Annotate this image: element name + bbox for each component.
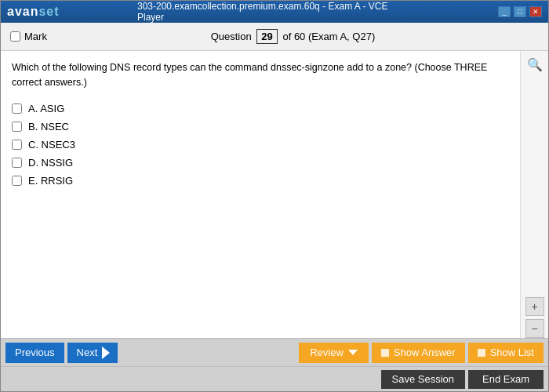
mark-checkbox[interactable] (10, 31, 20, 42)
show-list-icon (478, 349, 485, 357)
main-content: Which of the following DNS record types … (1, 51, 548, 338)
window-title: 303-200.examcollection.premium.exam.60q … (137, 1, 412, 23)
answer-option: A. ASIG (12, 103, 509, 114)
search-icon: 🔍 (527, 57, 543, 72)
zoom-in-button[interactable]: + (525, 297, 544, 316)
save-session-button[interactable]: Save Session (381, 370, 466, 389)
question-info: Question 29 of 60 (Exam A, Q27) (211, 29, 376, 44)
show-answer-button[interactable]: Show Answer (372, 343, 465, 363)
answer-option: B. NSEC (12, 121, 509, 132)
app-logo: avanset (7, 5, 60, 19)
bottom-nav: Previous Next Review Show Answer Show Li… (1, 338, 548, 366)
end-exam-button[interactable]: End Exam (468, 370, 544, 389)
mark-label[interactable]: Mark (10, 31, 47, 42)
checkbox-option-A[interactable] (12, 103, 22, 114)
answer-option: D. NSSIG (12, 157, 509, 169)
sidebar-tools: 🔍 + − (520, 51, 548, 338)
question-area: Which of the following DNS record types … (1, 51, 520, 338)
zoom-out-button[interactable]: − (525, 319, 544, 338)
question-text: Which of the following DNS record types … (12, 60, 509, 90)
answer-option: E. RRSIG (12, 175, 509, 187)
label-option-E: E. RRSIG (28, 175, 73, 187)
checkbox-option-E[interactable] (12, 176, 22, 186)
show-list-button[interactable]: Show List (468, 343, 544, 363)
window-controls: _ □ ✕ (498, 6, 542, 17)
label-option-C: C. NSEC3 (28, 139, 75, 151)
checkbox-option-B[interactable] (12, 122, 22, 132)
checkbox-option-D[interactable] (12, 158, 22, 168)
label-option-B: B. NSEC (28, 121, 69, 132)
minimize-button[interactable]: _ (498, 6, 511, 17)
review-button[interactable]: Review (299, 343, 369, 363)
question-header: Mark Question 29 of 60 (Exam A, Q27) (1, 23, 548, 51)
title-bar: avanset 303-200.examcollection.premium.e… (1, 1, 548, 23)
next-arrow-icon (102, 347, 110, 359)
close-button[interactable]: ✕ (529, 6, 542, 17)
answer-options: A. ASIGB. NSECC. NSEC3D. NSSIGE. RRSIG (12, 103, 509, 187)
previous-button[interactable]: Previous (5, 343, 64, 363)
answer-option: C. NSEC3 (12, 139, 509, 151)
maximize-button[interactable]: □ (514, 6, 526, 17)
label-option-A: A. ASIG (28, 103, 64, 114)
label-option-D: D. NSSIG (28, 157, 73, 169)
review-arrow-icon (348, 350, 358, 355)
next-button[interactable]: Next (67, 343, 118, 363)
main-window: avanset 303-200.examcollection.premium.e… (0, 0, 549, 392)
question-number: 29 (256, 29, 277, 44)
checkbox-option-C[interactable] (12, 140, 22, 150)
bottom-action-bar: Save Session End Exam (1, 366, 548, 391)
show-answer-icon (381, 349, 389, 357)
